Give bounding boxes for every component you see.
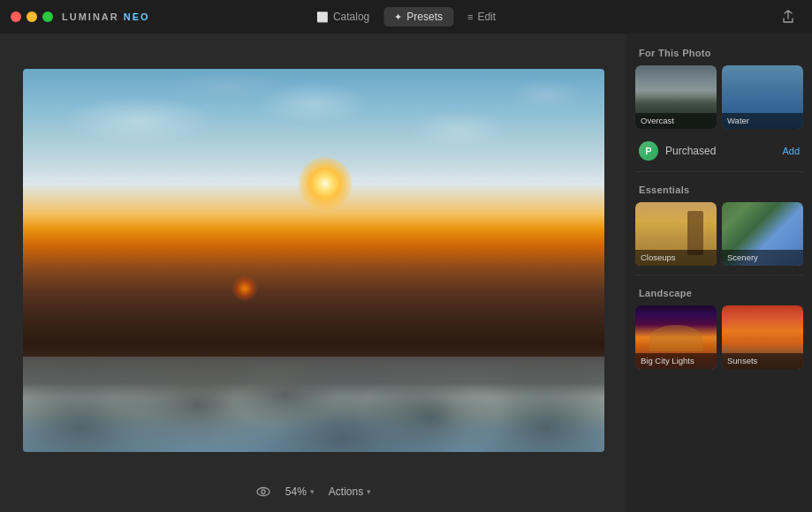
photo-panel: 54% ▾ Actions ▾: [0, 34, 626, 512]
preset-closeups[interactable]: Closeups: [635, 202, 717, 266]
preset-sunsets-label: Sunsets: [722, 353, 803, 369]
nav-presets-label: Presets: [406, 11, 443, 23]
close-button[interactable]: [11, 11, 21, 22]
photo-water: [23, 357, 604, 453]
photo-sun: [299, 157, 352, 210]
preset-water[interactable]: Water: [722, 65, 803, 129]
for-this-photo-title: For This Photo: [626, 44, 812, 65]
preset-bigcitylights[interactable]: Big City Lights: [635, 305, 717, 369]
nav-edit[interactable]: ≡ Edit: [457, 7, 506, 26]
titlebar-nav: ⬜ Catalog ✦ Presets ≡ Edit: [306, 7, 506, 26]
catalog-icon: ⬜: [316, 11, 329, 23]
landscape-row: Big City Lights Sunsets: [626, 305, 812, 369]
photo-background: [23, 69, 604, 452]
divider-landscape: [635, 275, 803, 275]
purchased-icon: P: [639, 141, 658, 161]
preset-water-label: Water: [722, 113, 803, 129]
traffic-lights: [11, 11, 53, 22]
maximize-button[interactable]: [42, 11, 53, 22]
preset-scenery[interactable]: Scenery: [722, 202, 803, 266]
zoom-chevron-icon: ▾: [310, 487, 315, 496]
svg-point-1: [262, 490, 265, 493]
landscape-title: Landscape: [626, 284, 812, 305]
nav-catalog-label: Catalog: [333, 11, 369, 23]
svg-point-0: [257, 488, 269, 496]
app-name-label: LUMINAR NEO: [62, 11, 150, 22]
minimize-button[interactable]: [27, 11, 37, 22]
actions-button[interactable]: Actions ▾: [329, 486, 371, 498]
visibility-button[interactable]: [255, 484, 271, 500]
main-content: 54% ▾ Actions ▾ For This Photo Overcast …: [0, 34, 812, 512]
preset-bigcitylights-label: Big City Lights: [635, 353, 717, 369]
app-logo: LUMINAR NEO: [62, 11, 150, 22]
preset-overcast-label: Overcast: [635, 113, 717, 129]
titlebar-actions: [777, 5, 800, 28]
purchased-label: Purchased: [665, 145, 782, 157]
zoom-value: 54%: [285, 486, 307, 498]
nav-catalog[interactable]: ⬜ Catalog: [306, 7, 380, 26]
share-button[interactable]: [777, 5, 800, 28]
for-this-photo-row: Overcast Water: [626, 65, 812, 129]
presets-panel: For This Photo Overcast Water P Purchase…: [626, 34, 812, 512]
photo-sky: [23, 69, 604, 241]
presets-icon: ✦: [394, 11, 402, 23]
preset-scenery-label: Scenery: [722, 250, 803, 266]
edit-icon: ≡: [467, 11, 473, 22]
essentials-row: Closeups Scenery: [626, 202, 812, 266]
essentials-title: Essentials: [626, 181, 812, 202]
photo-container: [23, 69, 604, 452]
preset-sunsets[interactable]: Sunsets: [722, 305, 803, 369]
zoom-control[interactable]: 54% ▾: [285, 486, 315, 498]
actions-chevron-icon: ▾: [367, 487, 371, 496]
photo-area: [0, 34, 626, 471]
photo-toolbar: 54% ▾ Actions ▾: [0, 471, 626, 512]
purchased-row: P Purchased Add: [626, 138, 812, 164]
preset-overcast[interactable]: Overcast: [635, 65, 717, 129]
nav-presets[interactable]: ✦ Presets: [383, 7, 453, 26]
titlebar: LUMINAR NEO ⬜ Catalog ✦ Presets ≡ Edit: [0, 0, 812, 34]
purchased-add-button[interactable]: Add: [782, 146, 800, 156]
preset-closeups-label: Closeups: [635, 250, 717, 266]
divider-essentials: [635, 171, 803, 172]
nav-edit-label: Edit: [477, 11, 496, 23]
actions-label: Actions: [329, 486, 363, 498]
app-neo-label: NEO: [124, 11, 150, 22]
